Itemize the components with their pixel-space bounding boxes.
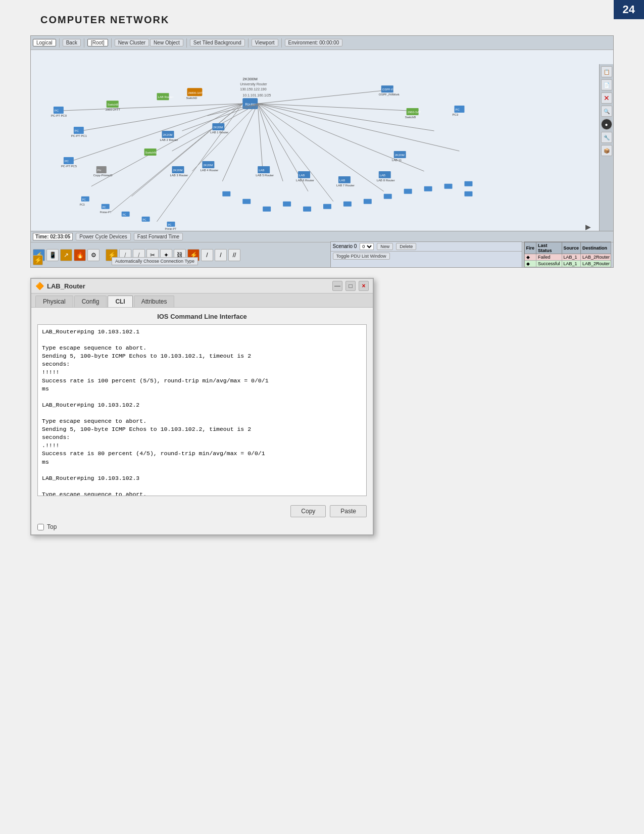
close-btn[interactable]: × <box>359 281 369 291</box>
dialog-title: 🔶 LAB_Router <box>35 282 85 290</box>
network-canvas[interactable]: 2K300M University Router 130.150.122.190… <box>31 50 613 232</box>
tool-btn-14[interactable]: / <box>215 249 227 261</box>
tab-cli[interactable]: CLI <box>108 296 132 307</box>
toggle-pdu-btn[interactable]: Toggle PDU List Window <box>333 253 390 260</box>
pdu-table: FireLast StatusSourceDestinationTypeColo… <box>524 242 612 268</box>
svg-rect-112 <box>464 181 472 186</box>
svg-rect-108 <box>384 194 392 199</box>
right-btn-1[interactable]: 📋 <box>601 66 612 77</box>
tool-btn-15[interactable]: // <box>228 249 240 261</box>
right-btn-5[interactable]: ● <box>601 119 612 130</box>
svg-text:LAB: LAB <box>380 174 385 177</box>
right-btn-2[interactable]: 📄 <box>601 79 612 90</box>
svg-text:LAB 6 Router: LAB 6 Router <box>296 179 314 182</box>
svg-text:PC: PC <box>82 198 86 201</box>
svg-text:SwitchD: SwitchD <box>186 96 197 100</box>
svg-text:PC3: PC3 <box>453 113 459 116</box>
right-btn-3[interactable]: ✕ <box>601 92 612 104</box>
svg-rect-101 <box>242 199 251 204</box>
svg-rect-103 <box>283 202 291 207</box>
svg-text:130.150.122.190: 130.150.122.190 <box>240 87 266 91</box>
svg-text:2K300M: 2K300M <box>242 77 258 81</box>
svg-text:PC-PT PC0: PC-PT PC0 <box>51 114 67 117</box>
dialog-title-text: LAB_Router <box>47 282 85 290</box>
tool-btn-4[interactable]: 🔥 <box>74 249 86 261</box>
router-dialog: 🔶 LAB_Router — □ × Physical Config CLI A… <box>30 278 374 535</box>
toolbar-sep-5 <box>248 38 249 47</box>
bottom-left-icons: ⚡ <box>33 255 43 265</box>
svg-text:Ptr: Ptr <box>97 169 102 172</box>
svg-rect-100 <box>222 191 230 197</box>
svg-rect-111 <box>444 184 453 189</box>
viewport-btn[interactable]: Viewport <box>252 39 278 46</box>
tool-btn-13[interactable]: / <box>201 249 213 261</box>
svg-text:OSPF-FL: OSPF-FL <box>382 88 395 91</box>
sim-toolbar: Logical Back [Root] New Cluster New Obje… <box>31 36 613 50</box>
svg-text:2K20M: 2K20M <box>213 126 223 129</box>
toolbar-sep-2 <box>84 38 84 47</box>
svg-rect-107 <box>364 199 372 204</box>
set-tiled-btn[interactable]: Set Tiled Background <box>190 39 245 46</box>
top-checkbox[interactable] <box>37 524 44 530</box>
dialog-action-row: Copy Paste <box>31 501 373 521</box>
svg-text:PC-PT PC5: PC-PT PC5 <box>61 165 77 168</box>
logical-btn[interactable]: Logical <box>33 39 56 46</box>
scenario-delete-btn[interactable]: Delete <box>396 243 416 250</box>
tab-config[interactable]: Config <box>74 296 107 307</box>
power-cycle-btn[interactable]: Power Cycle Devices <box>76 233 130 240</box>
svg-text:PC: PC <box>65 160 69 163</box>
svg-rect-113 <box>464 191 472 197</box>
svg-rect-0 <box>31 50 599 231</box>
svg-text:PC: PC <box>143 218 146 221</box>
pdu-mini-panel: FireLast StatusSourceDestinationTypeColo… <box>524 241 612 268</box>
svg-text:LAB: LAB <box>339 179 345 182</box>
svg-text:PC-PT PC1: PC-PT PC1 <box>71 134 87 137</box>
dialog-titlebar: 🔶 LAB_Router — □ × <box>31 279 373 293</box>
tool-btn-2[interactable]: 📱 <box>46 249 59 261</box>
svg-text:SwitchNS: SwitchNS <box>145 151 159 154</box>
svg-text:2K20M: 2K20M <box>395 154 405 157</box>
sim-timer: Time: 02:33:05 <box>33 233 73 240</box>
maximize-btn[interactable]: □ <box>345 281 356 291</box>
right-btn-6[interactable]: 🔧 <box>601 132 612 143</box>
root-btn[interactable]: [Root] <box>87 39 108 46</box>
ios-title: IOS Command Line Interface <box>37 313 367 320</box>
new-cluster-btn[interactable]: New Cluster <box>115 39 149 46</box>
svg-text:LAB 2 Router: LAB 2 Router <box>160 138 178 141</box>
bottom-icon-1[interactable]: ⚡ <box>33 255 43 265</box>
back-btn[interactable]: Back <box>63 39 81 46</box>
dialog-content: IOS Command Line Interface LAB_Router#pi… <box>31 308 373 501</box>
svg-text:PC: PC <box>103 206 106 209</box>
cli-terminal[interactable]: LAB_Router#ping 10.103.102.1 Type escape… <box>37 324 367 496</box>
toolbar-sep-6 <box>281 38 282 47</box>
svg-rect-106 <box>343 202 352 207</box>
svg-text:PC: PC <box>168 223 172 226</box>
right-btn-7[interactable]: 📦 <box>601 145 612 156</box>
tool-btn-3[interactable]: ↗ <box>60 249 72 261</box>
svg-rect-110 <box>424 186 432 191</box>
router-icon: 🔶 <box>35 282 44 290</box>
tab-physical[interactable]: Physical <box>35 296 73 307</box>
simulator-area: Logical Back [Root] New Cluster New Obje… <box>30 35 614 268</box>
scenario-header: Scenario 0 0 New Delete <box>331 242 522 252</box>
scenario-mini-panel: Scenario 0 0 New Delete Toggle PDU List … <box>330 241 522 268</box>
copy-button[interactable]: Copy <box>290 505 326 517</box>
scenario-select[interactable]: 0 <box>360 243 374 250</box>
scenario-label: Scenario 0 <box>333 243 357 249</box>
right-btn-4[interactable]: 🔍 <box>601 106 612 117</box>
environment-btn[interactable]: Environment: 00:00:00 <box>285 39 343 46</box>
tab-attributes[interactable]: Attributes <box>134 296 175 307</box>
svg-text:2K20M: 2K20M <box>203 164 213 167</box>
minimize-btn[interactable]: — <box>332 281 342 291</box>
sim-right-panel: 📋 📄 ✕ 🔍 ● 🔧 📦 🗂 <box>599 64 613 232</box>
tool-btn-5[interactable]: ⚙ <box>87 249 100 261</box>
paste-button[interactable]: Paste <box>330 505 367 517</box>
dialog-tabs: Physical Config CLI Attributes <box>31 293 373 308</box>
scenario-new-btn[interactable]: New <box>377 243 393 250</box>
svg-text:PC: PC <box>55 109 59 112</box>
new-object-btn[interactable]: New Object <box>150 39 183 46</box>
svg-text:PC3: PC3 <box>80 203 85 206</box>
toolbar-sep-4 <box>186 38 187 47</box>
fast-forward-btn[interactable]: Fast Forward Time <box>134 233 183 240</box>
svg-text:LAB 1 Router: LAB 1 Router <box>210 131 228 134</box>
